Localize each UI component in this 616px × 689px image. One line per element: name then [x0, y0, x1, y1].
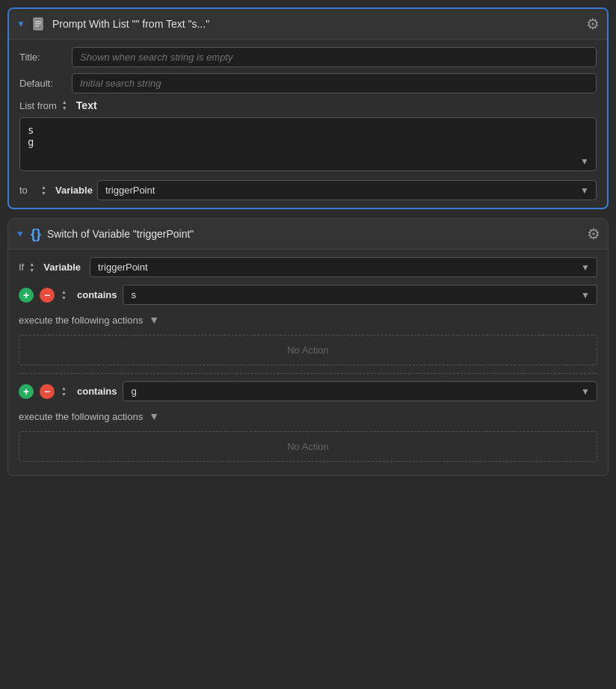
- prompt-card-title: Prompt With List "" from Text "s...": [52, 18, 209, 30]
- if-stepper[interactable]: ▲ ▼: [29, 262, 38, 273]
- execute-label-1: execute the following actions: [19, 315, 143, 326]
- condition-2-chevron-icon[interactable]: ▼: [581, 386, 590, 397]
- default-label: Default:: [19, 78, 72, 89]
- title-field-row: Title:: [19, 47, 597, 67]
- default-field-row: Default:: [19, 73, 597, 93]
- textarea-chevron-icon[interactable]: ▼: [580, 156, 589, 167]
- condition-2-stepper[interactable]: ▲ ▼: [61, 386, 70, 397]
- add-condition-1-button[interactable]: +: [19, 288, 34, 303]
- list-textarea-container: ▼: [19, 117, 597, 174]
- braces-icon: {}: [31, 226, 41, 242]
- condition-row-1: + − ▲ ▼ contains ▼: [19, 285, 597, 305]
- to-label: to: [19, 185, 36, 196]
- collapse-chevron[interactable]: ▼: [16, 19, 25, 29]
- switch-gear-icon[interactable]: ⚙: [587, 225, 600, 243]
- no-action-label-1: No Action: [287, 344, 329, 356]
- default-input[interactable]: [72, 73, 597, 93]
- header-left: ▼ Prompt With List "" from Text "s...": [16, 16, 209, 31]
- to-type: Variable: [55, 185, 93, 196]
- list-textarea[interactable]: [19, 117, 597, 171]
- title-label: Title:: [19, 52, 72, 63]
- if-type-label: Variable: [43, 262, 81, 273]
- condition-1-input[interactable]: [123, 285, 597, 305]
- condition-1-stepper[interactable]: ▲ ▼: [61, 289, 70, 300]
- no-action-zone-1: No Action: [19, 335, 597, 365]
- switch-card-body: If ▲ ▼ Variable ▼ + − ▲ ▼ contains ▼: [8, 250, 608, 475]
- if-variable-input[interactable]: [90, 257, 597, 277]
- prompt-card-body: Title: Default: List from ▲ ▼ Text ▼ to: [9, 40, 607, 208]
- condition-1-chevron-icon[interactable]: ▼: [581, 290, 590, 300]
- list-from-row: List from ▲ ▼ Text: [19, 99, 597, 111]
- if-variable-input-container: ▼: [90, 257, 597, 277]
- execute-chevron-2[interactable]: ▼: [149, 410, 159, 422]
- to-row: to ▲ ▼ Variable ▼: [19, 180, 597, 200]
- condition-2-input-container: ▼: [123, 381, 597, 401]
- prompt-with-list-card: ▼ Prompt With List "" from Text "s..." ⚙…: [7, 7, 609, 209]
- switch-header-left: ▼ {} Switch of Variable "triggerPoint": [16, 226, 194, 242]
- remove-condition-1-button[interactable]: −: [40, 288, 55, 303]
- if-variable-row: If ▲ ▼ Variable ▼: [19, 257, 597, 277]
- switch-card-title: Switch of Variable "triggerPoint": [47, 228, 194, 240]
- document-icon: [31, 16, 46, 31]
- to-variable-input[interactable]: [97, 180, 597, 200]
- title-input[interactable]: [72, 47, 597, 67]
- execute-row-1: execute the following actions ▼: [19, 311, 597, 329]
- svg-rect-2: [35, 23, 41, 25]
- add-condition-2-button[interactable]: +: [19, 384, 34, 399]
- execute-row-2: execute the following actions ▼: [19, 407, 597, 425]
- prompt-card-header: ▼ Prompt With List "" from Text "s..." ⚙: [9, 9, 607, 40]
- prompt-gear-icon[interactable]: ⚙: [586, 15, 600, 33]
- if-label: If: [19, 262, 24, 273]
- execute-label-2: execute the following actions: [19, 411, 143, 422]
- no-action-zone-2: No Action: [19, 431, 597, 462]
- contains-1-label: contains: [77, 289, 117, 300]
- to-stepper[interactable]: ▲ ▼: [41, 185, 50, 196]
- switch-collapse-chevron[interactable]: ▼: [16, 229, 25, 239]
- condition-1-input-container: ▼: [123, 285, 597, 305]
- svg-rect-3: [35, 25, 39, 27]
- if-chevron-icon[interactable]: ▼: [581, 262, 590, 273]
- remove-condition-2-button[interactable]: −: [40, 384, 55, 399]
- to-chevron-icon[interactable]: ▼: [580, 185, 589, 196]
- condition-row-2: + − ▲ ▼ contains ▼: [19, 381, 597, 401]
- section-divider: [19, 373, 597, 374]
- list-from-type: Text: [76, 99, 97, 111]
- list-from-stepper[interactable]: ▲ ▼: [62, 99, 71, 111]
- svg-rect-1: [35, 21, 41, 22]
- to-input-container: ▼: [97, 180, 597, 200]
- execute-chevron-1[interactable]: ▼: [149, 314, 159, 326]
- switch-card-header: ▼ {} Switch of Variable "triggerPoint" ⚙: [8, 219, 608, 250]
- list-from-label: List from: [19, 100, 57, 111]
- no-action-label-2: No Action: [287, 441, 329, 452]
- switch-variable-card: ▼ {} Switch of Variable "triggerPoint" ⚙…: [7, 218, 609, 476]
- condition-2-input[interactable]: [123, 381, 597, 401]
- contains-2-label: contains: [77, 386, 117, 397]
